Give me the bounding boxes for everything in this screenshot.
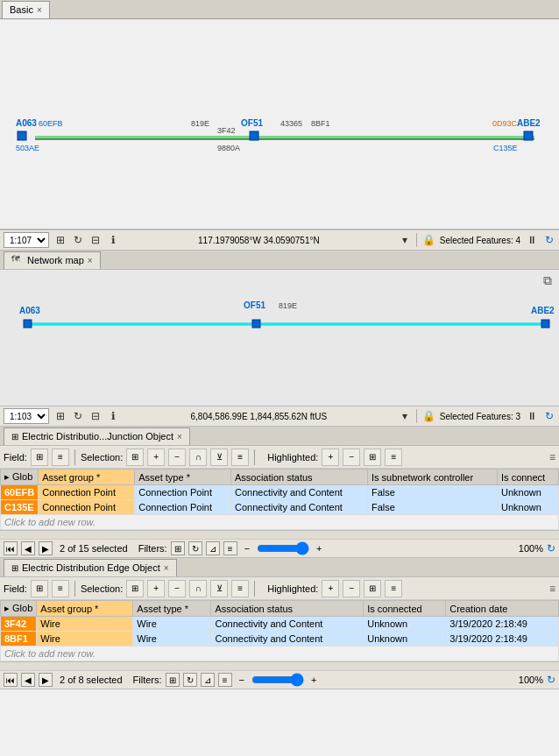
pause-icon-main[interactable]: ⏸ xyxy=(526,234,538,246)
edge-field-btn-1[interactable]: ⊞ xyxy=(31,580,48,597)
edge-hl-btn-4[interactable]: ≡ xyxy=(385,580,402,597)
filter-btn-2[interactable]: ↻ xyxy=(188,541,202,555)
junction-col-isconnect[interactable]: Is connect xyxy=(498,470,559,485)
junction-menu-btn[interactable]: ≡ xyxy=(549,451,555,463)
coords-dropdown[interactable]: ▾ xyxy=(399,234,411,246)
field-btn-2[interactable]: ≡ xyxy=(52,449,69,466)
edge-col-isconnected[interactable]: Is connected xyxy=(364,601,446,617)
junction-first-btn[interactable]: ⏮ xyxy=(4,541,18,555)
junction-refresh[interactable]: ↻ xyxy=(547,542,555,555)
lock-icon[interactable]: 🔒 xyxy=(422,234,435,246)
network-map-panel[interactable]: A063 OF51 819E ABE2 ⧉ xyxy=(0,270,559,406)
edge-col-glob[interactable]: ▸ Glob xyxy=(1,601,37,617)
edge-refresh[interactable]: ↻ xyxy=(547,674,555,686)
edge-add-row-cell[interactable]: Click to add new row. xyxy=(1,646,559,661)
edge-sel-btn-1[interactable]: ⊞ xyxy=(126,580,144,597)
filter-btn-1[interactable]: ⊞ xyxy=(171,541,185,555)
coords-dropdown-2[interactable]: ▾ xyxy=(399,410,411,422)
edge-filter-btn-4[interactable]: ≡ xyxy=(218,673,232,687)
lock-icon-2[interactable]: 🔒 xyxy=(422,410,435,422)
edge-row-1[interactable]: 8BF1 Wire Wire Connectivity and Content … xyxy=(1,632,559,646)
snap-icon[interactable]: ⊞ xyxy=(54,234,67,246)
edge-col-assetgroup[interactable]: Asset group * xyxy=(37,601,133,617)
zoom-select-main[interactable]: 1:107 xyxy=(4,232,49,248)
junction-hscroll[interactable] xyxy=(0,530,559,539)
rotate-icon-2[interactable]: ↻ xyxy=(72,410,84,422)
pause-icon-network[interactable]: ⏸ xyxy=(526,410,538,422)
refresh-icon-network[interactable]: ↻ xyxy=(543,410,555,422)
hl-btn-4[interactable]: ≡ xyxy=(385,449,402,466)
edge-col-assettype[interactable]: Asset type * xyxy=(133,601,211,617)
network-map-close[interactable]: × xyxy=(88,256,93,265)
edge-filter-btn-3[interactable]: ⊿ xyxy=(201,673,215,687)
junction-row-1[interactable]: C135E Connection Point Connection Point … xyxy=(1,500,559,515)
junction-col-assetgroup[interactable]: Asset group * xyxy=(39,470,135,485)
edge-filter-btn-1[interactable]: ⊞ xyxy=(166,673,180,687)
junction-table-close[interactable]: × xyxy=(177,432,182,442)
junction-add-row-cell[interactable]: Click to add new row. xyxy=(1,515,559,530)
edge-prev-btn[interactable]: ◀ xyxy=(21,673,35,687)
edge-sel-btn-6[interactable]: ≡ xyxy=(231,580,249,597)
junction-col-assettype[interactable]: Asset type * xyxy=(135,470,231,485)
junction-row-0[interactable]: 60EFB Connection Point Connection Point … xyxy=(1,485,559,500)
edge-col-creationdate[interactable]: Creation date xyxy=(446,601,559,617)
info-icon[interactable]: ℹ xyxy=(107,234,119,246)
refresh-icon-main[interactable]: ↻ xyxy=(543,234,555,246)
edge-table-icon: ⊞ xyxy=(11,563,18,573)
edge-hl-btn-3[interactable]: ⊞ xyxy=(364,580,381,597)
main-map-view[interactable]: A063 60EFB 503AE OF51 3F42 9880A 819E 43… xyxy=(0,19,559,230)
junction-zoom-slider[interactable] xyxy=(257,541,309,555)
edge-filter-btn-2[interactable]: ↻ xyxy=(183,673,197,687)
edge-next-btn[interactable]: ▶ xyxy=(39,673,53,687)
grid-icon[interactable]: ⊟ xyxy=(89,234,102,246)
junction-add-row[interactable]: Click to add new row. xyxy=(1,515,559,530)
copy-icon[interactable]: ⧉ xyxy=(543,273,552,288)
hl-btn-2[interactable]: − xyxy=(343,449,360,466)
edge-sel-btn-2[interactable]: + xyxy=(147,580,165,597)
junction-next-btn[interactable]: ▶ xyxy=(39,541,53,555)
filter-btn-4[interactable]: ≡ xyxy=(223,541,237,555)
network-map-tab[interactable]: 🗺 Network map × xyxy=(4,251,101,269)
edge-row-0[interactable]: 3F42 Wire Wire Connectivity and Content … xyxy=(1,617,559,632)
sel-btn-6[interactable]: ≡ xyxy=(231,449,249,466)
edge-zoom-slider[interactable] xyxy=(251,673,304,687)
edge-hl-btn-1[interactable]: + xyxy=(322,580,339,597)
edge-sel-btn-3[interactable]: − xyxy=(168,580,186,597)
filter-btn-3[interactable]: ⊿ xyxy=(206,541,220,555)
sel-btn-4[interactable]: ∩ xyxy=(189,449,207,466)
grid-icon-2[interactable]: ⊟ xyxy=(89,410,102,422)
edge-field-btn-2[interactable]: ≡ xyxy=(52,580,69,597)
edge-add-row[interactable]: Click to add new row. xyxy=(1,646,559,661)
edge-panel-tab[interactable]: ⊞ Electric Distribution Edge Object × xyxy=(4,559,177,576)
edge-sel-btn-4[interactable]: ∩ xyxy=(189,580,207,597)
sel-btn-3[interactable]: − xyxy=(168,449,186,466)
edge-menu-btn[interactable]: ≡ xyxy=(549,583,555,595)
tab-basic-close[interactable]: × xyxy=(37,5,42,15)
junction-prev-btn[interactable]: ◀ xyxy=(21,541,35,555)
info-icon-2[interactable]: ℹ xyxy=(107,410,119,422)
hl-btn-3[interactable]: ⊞ xyxy=(364,449,381,466)
edge-first-btn[interactable]: ⏮ xyxy=(4,673,18,687)
edge-table-container[interactable]: ▸ Glob Asset group * Asset type * Associ… xyxy=(0,600,559,661)
zoom-select-network[interactable]: 1:103 xyxy=(4,408,49,424)
snap-icon-2[interactable]: ⊞ xyxy=(54,410,67,422)
svg-text:819E: 819E xyxy=(279,301,297,310)
hl-btn-1[interactable]: + xyxy=(322,449,339,466)
junction-col-subnetwork[interactable]: Is subnetwork controller xyxy=(367,470,497,485)
junction-table-container[interactable]: ▸ Glob Asset group * Asset type * Associ… xyxy=(0,469,559,530)
sel-btn-1[interactable]: ⊞ xyxy=(126,449,144,466)
sel-btn-5[interactable]: ⊻ xyxy=(210,449,228,466)
edge-table-close[interactable]: × xyxy=(164,563,169,573)
sel-btn-2[interactable]: + xyxy=(147,449,165,466)
junction-col-association[interactable]: Association status xyxy=(230,470,367,485)
edge-sel-btn-5[interactable]: ⊻ xyxy=(210,580,228,597)
edge-col-association[interactable]: Association status xyxy=(211,601,364,617)
rotate-icon[interactable]: ↻ xyxy=(72,234,84,246)
junction-pagination: ⏮ ◀ ▶ 2 of 15 selected Filters: ⊞ ↻ ⊿ ≡ … xyxy=(0,539,559,558)
tab-basic[interactable]: Basic × xyxy=(2,1,50,18)
edge-hl-btn-2[interactable]: − xyxy=(343,580,360,597)
junction-panel-tab[interactable]: ⊞ Electric Distributio...Junction Object… xyxy=(4,427,190,445)
junction-col-glob[interactable]: ▸ Glob xyxy=(1,470,39,485)
field-btn-1[interactable]: ⊞ xyxy=(31,449,48,466)
edge-hscroll[interactable] xyxy=(0,661,559,670)
